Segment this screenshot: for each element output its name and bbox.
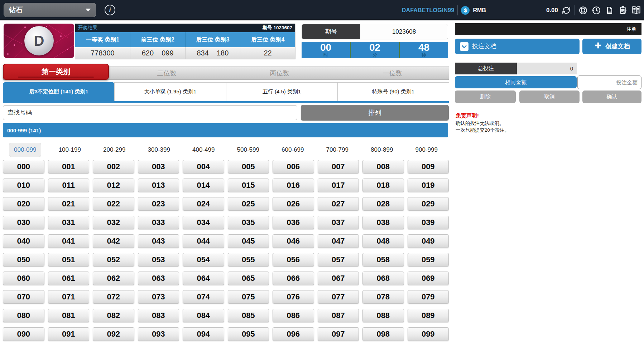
number-button[interactable]: 044: [183, 234, 224, 248]
number-button[interactable]: 034: [183, 216, 224, 229]
number-button[interactable]: 064: [183, 272, 224, 285]
number-button[interactable]: 023: [138, 197, 179, 211]
number-button[interactable]: 013: [138, 179, 179, 192]
number-button[interactable]: 042: [93, 234, 134, 248]
range-tab[interactable]: 000-099: [9, 143, 41, 157]
number-button[interactable]: 083: [138, 309, 179, 322]
number-button[interactable]: 037: [318, 216, 359, 229]
number-group-header[interactable]: 000-999 (141): [3, 123, 448, 137]
number-button[interactable]: 048: [362, 234, 404, 248]
number-button[interactable]: 059: [408, 253, 449, 267]
range-tab[interactable]: 500-599: [232, 143, 264, 157]
number-button[interactable]: 029: [408, 197, 449, 211]
range-tab[interactable]: 300-399: [143, 143, 175, 157]
main-tab-active[interactable]: 第一类别: [3, 64, 109, 80]
number-button[interactable]: 011: [48, 179, 90, 192]
number-button[interactable]: 022: [93, 197, 134, 211]
confirm-button[interactable]: 确认: [582, 91, 641, 103]
number-button[interactable]: 028: [362, 197, 404, 211]
number-button[interactable]: 010: [3, 179, 44, 192]
bet-type-tab[interactable]: 大小单双 (1.95) 类别1: [114, 82, 226, 101]
number-button[interactable]: 073: [138, 290, 179, 304]
number-button[interactable]: 056: [273, 253, 314, 267]
number-button[interactable]: 084: [183, 309, 224, 322]
number-button[interactable]: 085: [228, 309, 269, 322]
number-button[interactable]: 046: [273, 234, 314, 248]
info-icon[interactable]: i: [105, 5, 115, 15]
range-tab[interactable]: 700-799: [322, 143, 353, 157]
number-button[interactable]: 058: [362, 253, 404, 267]
number-button[interactable]: 012: [93, 179, 134, 192]
number-button[interactable]: 027: [318, 197, 359, 211]
number-button[interactable]: 060: [3, 272, 44, 285]
main-tab[interactable]: 三位数: [110, 69, 223, 78]
number-button[interactable]: 067: [318, 272, 359, 285]
create-document-button[interactable]: 创建文档: [582, 39, 641, 54]
number-button[interactable]: 081: [48, 309, 90, 322]
number-button[interactable]: 000: [3, 160, 44, 174]
number-button[interactable]: 095: [228, 327, 269, 341]
main-tab[interactable]: 一位数: [336, 69, 449, 78]
number-button[interactable]: 045: [228, 234, 269, 248]
number-button[interactable]: 019: [408, 179, 449, 192]
number-button[interactable]: 049: [408, 234, 449, 248]
history-icon[interactable]: [591, 5, 601, 15]
range-tab[interactable]: 600-699: [277, 143, 308, 157]
number-button[interactable]: 033: [138, 216, 179, 229]
number-button[interactable]: 087: [318, 309, 359, 322]
lifebuoy-icon[interactable]: [578, 5, 588, 15]
range-tab[interactable]: 100-199: [54, 143, 86, 157]
number-button[interactable]: 098: [362, 327, 404, 341]
number-button[interactable]: 099: [408, 327, 449, 341]
book-icon[interactable]: [631, 5, 641, 15]
number-button[interactable]: 065: [228, 272, 269, 285]
number-button[interactable]: 002: [93, 160, 134, 174]
number-button[interactable]: 094: [183, 327, 224, 341]
range-tab[interactable]: 400-499: [188, 143, 219, 157]
number-button[interactable]: 047: [318, 234, 359, 248]
number-button[interactable]: 025: [228, 197, 269, 211]
number-button[interactable]: 076: [273, 290, 314, 304]
number-button[interactable]: 078: [362, 290, 404, 304]
number-button[interactable]: 026: [273, 197, 314, 211]
number-button[interactable]: 069: [408, 272, 449, 285]
number-button[interactable]: 043: [138, 234, 179, 248]
number-button[interactable]: 091: [48, 327, 90, 341]
number-button[interactable]: 079: [408, 290, 449, 304]
number-button[interactable]: 051: [48, 253, 90, 267]
number-button[interactable]: 075: [228, 290, 269, 304]
number-button[interactable]: 032: [93, 216, 134, 229]
number-button[interactable]: 039: [408, 216, 449, 229]
number-button[interactable]: 080: [3, 309, 44, 322]
number-button[interactable]: 092: [93, 327, 134, 341]
number-button[interactable]: 071: [48, 290, 90, 304]
number-button[interactable]: 061: [48, 272, 90, 285]
document-icon[interactable]: [605, 5, 615, 15]
number-button[interactable]: 057: [318, 253, 359, 267]
cancel-button[interactable]: 取消: [519, 91, 580, 103]
number-button[interactable]: 053: [138, 253, 179, 267]
number-button[interactable]: 038: [362, 216, 404, 229]
number-button[interactable]: 018: [362, 179, 404, 192]
search-input[interactable]: [3, 105, 297, 120]
sort-button[interactable]: 排列: [301, 105, 449, 121]
number-button[interactable]: 052: [93, 253, 134, 267]
delete-button[interactable]: 删除: [455, 91, 516, 103]
number-button[interactable]: 001: [48, 160, 90, 174]
number-button[interactable]: 086: [273, 309, 314, 322]
number-button[interactable]: 055: [228, 253, 269, 267]
number-button[interactable]: 088: [362, 309, 404, 322]
number-button[interactable]: 007: [318, 160, 359, 174]
number-button[interactable]: 041: [48, 234, 90, 248]
number-button[interactable]: 082: [93, 309, 134, 322]
same-amount-button[interactable]: 相同金额: [455, 76, 577, 88]
bet-amount-input[interactable]: [577, 75, 641, 89]
number-button[interactable]: 036: [273, 216, 314, 229]
number-button[interactable]: 005: [228, 160, 269, 174]
number-button[interactable]: 093: [138, 327, 179, 341]
number-button[interactable]: 077: [318, 290, 359, 304]
number-button[interactable]: 089: [408, 309, 449, 322]
range-tab[interactable]: 900-999: [411, 143, 442, 157]
bet-type-tab[interactable]: 后3不定位胆 (141) 类别1: [3, 82, 115, 101]
number-button[interactable]: 050: [3, 253, 44, 267]
